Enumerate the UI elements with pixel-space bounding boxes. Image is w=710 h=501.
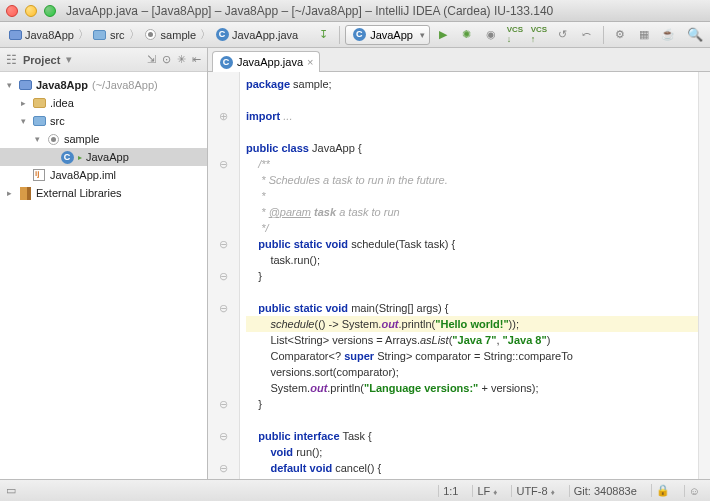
gutter-mark[interactable] bbox=[208, 252, 239, 268]
window-zoom-button[interactable] bbox=[44, 5, 56, 17]
code-line[interactable]: schedule(() -> System.out.println("Hello… bbox=[246, 316, 698, 332]
close-tab-button[interactable]: × bbox=[307, 56, 313, 68]
code-line[interactable]: default void cancel() { bbox=[246, 460, 698, 476]
gutter-mark[interactable] bbox=[208, 172, 239, 188]
code-editor[interactable]: ⊕⊖⊖⊖⊖⊖⊖⊖ package sample; import ... publ… bbox=[208, 72, 710, 479]
code-line[interactable]: package sample; bbox=[246, 76, 698, 92]
breadcrumb-item[interactable]: sample bbox=[140, 27, 200, 43]
gutter-mark[interactable]: ⊖ bbox=[208, 268, 239, 284]
coverage-button[interactable]: ◉ bbox=[480, 25, 502, 45]
tree-item[interactable]: ▾sample bbox=[0, 130, 207, 148]
code-line[interactable]: void run(); bbox=[246, 444, 698, 460]
run-button[interactable]: ▶ bbox=[432, 25, 454, 45]
tree-item[interactable]: ▾src bbox=[0, 112, 207, 130]
gutter-mark[interactable] bbox=[208, 124, 239, 140]
code-line[interactable] bbox=[246, 284, 698, 300]
gutter-mark[interactable]: ⊖ bbox=[208, 300, 239, 316]
breadcrumb-item[interactable]: src bbox=[89, 27, 129, 43]
gutter-mark[interactable] bbox=[208, 92, 239, 108]
code-line[interactable]: public class JavaApp { bbox=[246, 140, 698, 156]
collapse-all-button[interactable]: ⇲ bbox=[147, 53, 156, 66]
autoscroll-button[interactable]: ⊙ bbox=[162, 53, 171, 66]
tree-item[interactable]: Java8App.iml bbox=[0, 166, 207, 184]
breadcrumb-item[interactable]: Java8App bbox=[4, 27, 78, 43]
gutter-mark[interactable]: ⊖ bbox=[208, 428, 239, 444]
gutter-mark[interactable] bbox=[208, 316, 239, 332]
compile-button[interactable]: ↧ bbox=[312, 25, 334, 45]
vcs-revert-button[interactable]: ⤺ bbox=[576, 25, 598, 45]
sdk-button[interactable]: ☕ bbox=[657, 25, 679, 45]
code-line[interactable]: System.out.println("Language versions:" … bbox=[246, 380, 698, 396]
gutter-mark[interactable]: ⊖ bbox=[208, 156, 239, 172]
tool-settings-button[interactable]: ✳ bbox=[177, 53, 186, 66]
status-bar-icon[interactable]: ▭ bbox=[6, 484, 16, 497]
gutter-mark[interactable]: ⊖ bbox=[208, 396, 239, 412]
editor-gutter[interactable]: ⊕⊖⊖⊖⊖⊖⊖⊖ bbox=[208, 72, 240, 479]
gutter-mark[interactable] bbox=[208, 348, 239, 364]
git-branch[interactable]: Git: 340883e bbox=[569, 485, 641, 497]
tree-item[interactable]: ▾Java8App (~/Java8App) bbox=[0, 76, 207, 94]
editor-scrollbar[interactable] bbox=[698, 72, 710, 479]
gutter-mark[interactable] bbox=[208, 332, 239, 348]
project-structure-button[interactable]: ▦ bbox=[633, 25, 655, 45]
caret-position[interactable]: 1:1 bbox=[438, 485, 462, 497]
code-line[interactable]: List<String> versions = Arrays.asList("J… bbox=[246, 332, 698, 348]
gutter-mark[interactable]: ⊕ bbox=[208, 108, 239, 124]
code-line[interactable]: public static void main(String[] args) { bbox=[246, 300, 698, 316]
code-line[interactable]: import ... bbox=[246, 108, 698, 124]
window-close-button[interactable] bbox=[6, 5, 18, 17]
code-line[interactable]: public interface Task { bbox=[246, 428, 698, 444]
vcs-commit-button[interactable]: VCS↑ bbox=[528, 25, 550, 45]
vcs-update-button[interactable]: VCS↓ bbox=[504, 25, 526, 45]
code-line[interactable]: * @param task a task to run bbox=[246, 204, 698, 220]
code-line[interactable] bbox=[246, 124, 698, 140]
code-line[interactable]: * Schedules a task to run in the future. bbox=[246, 172, 698, 188]
gutter-mark[interactable] bbox=[208, 444, 239, 460]
tree-arrow[interactable]: ▸ bbox=[4, 188, 14, 198]
tree-arrow[interactable]: ▾ bbox=[18, 116, 28, 126]
code-line[interactable]: } bbox=[246, 268, 698, 284]
code-line[interactable]: public static void schedule(Task task) { bbox=[246, 236, 698, 252]
code-line[interactable]: } bbox=[246, 396, 698, 412]
breadcrumb-item[interactable]: CJavaApp.java bbox=[211, 27, 302, 43]
code-line[interactable] bbox=[246, 92, 698, 108]
gutter-mark[interactable] bbox=[208, 140, 239, 156]
editor-tab[interactable]: C JavaApp.java × bbox=[212, 51, 320, 72]
hide-tool-button[interactable]: ⇤ bbox=[192, 53, 201, 66]
gutter-mark[interactable]: ⊖ bbox=[208, 236, 239, 252]
tree-item[interactable]: ▸External Libraries bbox=[0, 184, 207, 202]
gutter-mark[interactable] bbox=[208, 412, 239, 428]
editor-content[interactable]: package sample; import ... public class … bbox=[240, 72, 698, 479]
gutter-mark[interactable] bbox=[208, 204, 239, 220]
search-everywhere-button[interactable]: 🔍 bbox=[684, 25, 706, 45]
lock-indicator[interactable]: 🔒 bbox=[651, 484, 674, 497]
notifications-button[interactable]: ☺ bbox=[684, 485, 704, 497]
tree-item[interactable]: C ▸JavaApp bbox=[0, 148, 207, 166]
tree-arrow[interactable]: ▾ bbox=[32, 134, 42, 144]
gutter-mark[interactable] bbox=[208, 76, 239, 92]
code-line[interactable]: versions.sort(comparator); bbox=[246, 364, 698, 380]
code-line[interactable]: task.run(); bbox=[246, 252, 698, 268]
line-separator[interactable]: LF ♦ bbox=[472, 485, 501, 497]
settings-button[interactable]: ⚙ bbox=[609, 25, 631, 45]
code-line[interactable]: Comparator<? super String> comparator = … bbox=[246, 348, 698, 364]
file-encoding[interactable]: UTF-8 ♦ bbox=[511, 485, 558, 497]
project-tree[interactable]: ▾Java8App (~/Java8App)▸.idea▾src▾sampleC… bbox=[0, 72, 207, 479]
tree-arrow[interactable]: ▾ bbox=[4, 80, 14, 90]
run-config-selector[interactable]: C JavaApp bbox=[345, 25, 430, 45]
gutter-mark[interactable] bbox=[208, 284, 239, 300]
vcs-history-button[interactable]: ↺ bbox=[552, 25, 574, 45]
tree-item[interactable]: ▸.idea bbox=[0, 94, 207, 112]
debug-button[interactable]: ✺ bbox=[456, 25, 478, 45]
gutter-mark[interactable] bbox=[208, 188, 239, 204]
code-line[interactable]: */ bbox=[246, 220, 698, 236]
gutter-mark[interactable] bbox=[208, 364, 239, 380]
window-minimize-button[interactable] bbox=[25, 5, 37, 17]
gutter-mark[interactable]: ⊖ bbox=[208, 460, 239, 476]
code-line[interactable]: /** bbox=[246, 156, 698, 172]
code-line[interactable]: * bbox=[246, 188, 698, 204]
gutter-mark[interactable] bbox=[208, 380, 239, 396]
code-line[interactable] bbox=[246, 412, 698, 428]
gutter-mark[interactable] bbox=[208, 220, 239, 236]
tree-arrow[interactable]: ▸ bbox=[18, 98, 28, 108]
